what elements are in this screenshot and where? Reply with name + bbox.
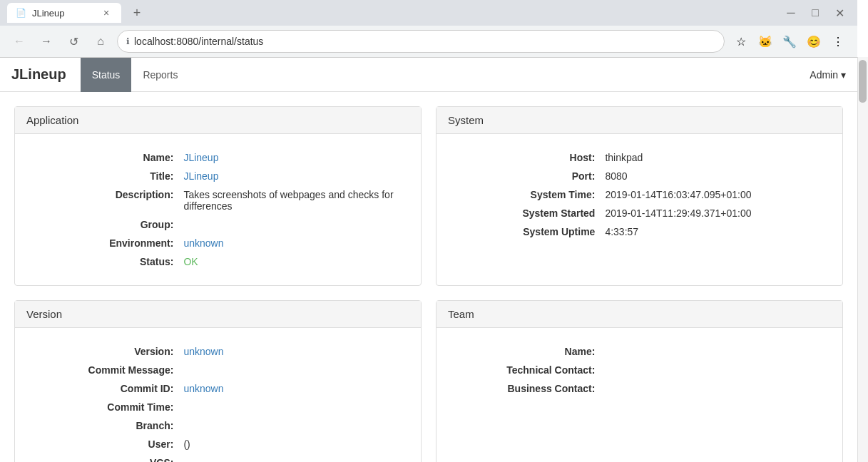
- field-label: Name:: [32, 148, 180, 167]
- app-title-link[interactable]: JLineup: [183, 170, 218, 182]
- field-label: Environment:: [32, 234, 180, 252]
- field-value: unknown: [180, 342, 404, 361]
- field-value: JLineup: [180, 148, 404, 167]
- admin-dropdown[interactable]: Admin ▾: [810, 69, 846, 81]
- field-label: Commit Message:: [32, 361, 180, 379]
- table-row: Description: Takes screenshots of webpag…: [32, 185, 404, 215]
- application-card: Application Name: JLineup Title: JLineup: [14, 106, 422, 286]
- table-row: Status: OK: [32, 252, 404, 271]
- app-nav: JLineup Status Reports Admin ▾: [0, 58, 857, 92]
- field-value: thinkpad: [602, 148, 825, 167]
- field-value: Takes screenshots of webpages and checks…: [180, 185, 404, 215]
- version-link[interactable]: unknown: [183, 346, 223, 357]
- forward-button[interactable]: →: [36, 31, 57, 52]
- field-label: Name:: [454, 342, 602, 361]
- admin-label: Admin: [810, 69, 838, 81]
- field-label: Group:: [32, 215, 180, 234]
- app-env-link[interactable]: unknown: [183, 237, 223, 249]
- field-value: 2019-01-14T11:29:49.371+01:00: [602, 204, 825, 222]
- table-row: Name: JLineup: [32, 148, 404, 167]
- field-label: Status:: [32, 252, 180, 271]
- table-row: Version: unknown: [32, 342, 404, 361]
- table-row: System Time: 2019-01-14T16:03:47.095+01:…: [454, 185, 825, 204]
- field-value: 4:33:57: [602, 222, 825, 241]
- team-card-body: Name: Technical Contact: Business Contac…: [436, 328, 842, 412]
- main-content: Application Name: JLineup Title: JLineup: [0, 92, 857, 462]
- status-ok-value: OK: [183, 256, 198, 267]
- field-value: JLineup: [180, 167, 404, 185]
- field-value: unknown: [180, 379, 404, 398]
- address-bar-input[interactable]: [134, 36, 715, 47]
- browser-tab[interactable]: 📄 JLineup ×: [7, 3, 121, 23]
- version-card-header: Version: [15, 301, 421, 328]
- address-bar-container: ℹ: [117, 30, 725, 53]
- field-value: [602, 361, 825, 379]
- new-tab-button[interactable]: +: [127, 3, 147, 23]
- field-value: [180, 398, 404, 416]
- table-row: User: (): [32, 435, 404, 453]
- scroll-thumb[interactable]: [859, 60, 867, 103]
- field-value: (): [180, 435, 404, 453]
- nav-right: Admin ▾: [810, 69, 846, 81]
- table-row: System Uptime 4:33:57: [454, 222, 825, 241]
- field-label: Port:: [454, 167, 602, 185]
- table-row: Commit ID: unknown: [32, 379, 404, 398]
- field-label: Branch:: [32, 416, 180, 435]
- field-value: [180, 416, 404, 435]
- home-button[interactable]: ⌂: [90, 31, 111, 52]
- field-label: Title:: [32, 167, 180, 185]
- app-name-link[interactable]: JLineup: [183, 152, 218, 163]
- menu-button[interactable]: ⋮: [827, 31, 849, 52]
- app-container: JLineup Status Reports Admin ▾ Applicati…: [0, 58, 857, 462]
- table-row: Port: 8080: [454, 167, 825, 185]
- field-label: Host:: [454, 148, 602, 167]
- field-value: [180, 453, 404, 462]
- field-label: System Started: [454, 204, 602, 222]
- field-value: [602, 379, 825, 398]
- tab-status[interactable]: Status: [81, 58, 132, 92]
- table-row: Branch:: [32, 416, 404, 435]
- toolbar-actions: ☆ 🐱 🔧 😊 ⋮: [730, 31, 849, 52]
- field-value: 2019-01-14T16:03:47.095+01:00: [602, 185, 825, 204]
- field-label: Version:: [32, 342, 180, 361]
- field-value: [180, 361, 404, 379]
- table-row: Group:: [32, 215, 404, 234]
- system-card-body: Host: thinkpad Port: 8080 System Time: 2…: [436, 134, 842, 255]
- table-row: Business Contact:: [454, 379, 825, 398]
- field-label: VCS:: [32, 453, 180, 462]
- close-window-button[interactable]: ✕: [829, 2, 850, 24]
- scrollbar[interactable]: [857, 57, 868, 462]
- extension-btn-3[interactable]: 😊: [803, 31, 824, 52]
- refresh-button[interactable]: ↺: [63, 31, 84, 52]
- maximize-button[interactable]: □: [805, 2, 826, 24]
- field-value: OK: [180, 252, 404, 271]
- tab-reports[interactable]: Reports: [131, 58, 189, 92]
- tab-close-button[interactable]: ×: [100, 6, 113, 19]
- field-label: Commit ID:: [32, 379, 180, 398]
- version-card: Version Version: unknown Commit Message:: [14, 300, 422, 462]
- browser-toolbar: ← → ↺ ⌂ ℹ ☆ 🐱 🔧 😊 ⋮: [0, 26, 857, 57]
- browser-chrome: 📄 JLineup × + ─ □ ✕ ← → ↺ ⌂ ℹ: [0, 0, 857, 58]
- field-label: Description:: [32, 185, 180, 215]
- field-label: System Time:: [454, 185, 602, 204]
- field-label: Technical Contact:: [454, 361, 602, 379]
- back-button[interactable]: ←: [9, 31, 30, 52]
- lock-icon: ℹ: [126, 36, 130, 46]
- field-value: 8080: [602, 167, 825, 185]
- extension-btn-2[interactable]: 🔧: [779, 31, 800, 52]
- extension-btn-1[interactable]: 🐱: [755, 31, 776, 52]
- table-row: System Started 2019-01-14T11:29:49.371+0…: [454, 204, 825, 222]
- table-row: VCS:: [32, 453, 404, 462]
- browser-titlebar: 📄 JLineup × + ─ □ ✕: [0, 0, 857, 26]
- version-info-table: Version: unknown Commit Message: Commit …: [32, 342, 404, 462]
- bookmark-button[interactable]: ☆: [730, 31, 752, 52]
- tab-favicon-icon: 📄: [16, 8, 26, 18]
- commit-id-link[interactable]: unknown: [183, 383, 223, 394]
- table-row: Commit Time:: [32, 398, 404, 416]
- minimize-button[interactable]: ─: [780, 2, 802, 24]
- table-row: Environment: unknown: [32, 234, 404, 252]
- table-row: Title: JLineup: [32, 167, 404, 185]
- field-label: Commit Time:: [32, 398, 180, 416]
- system-info-table: Host: thinkpad Port: 8080 System Time: 2…: [454, 148, 825, 241]
- team-info-table: Name: Technical Contact: Business Contac…: [454, 342, 825, 398]
